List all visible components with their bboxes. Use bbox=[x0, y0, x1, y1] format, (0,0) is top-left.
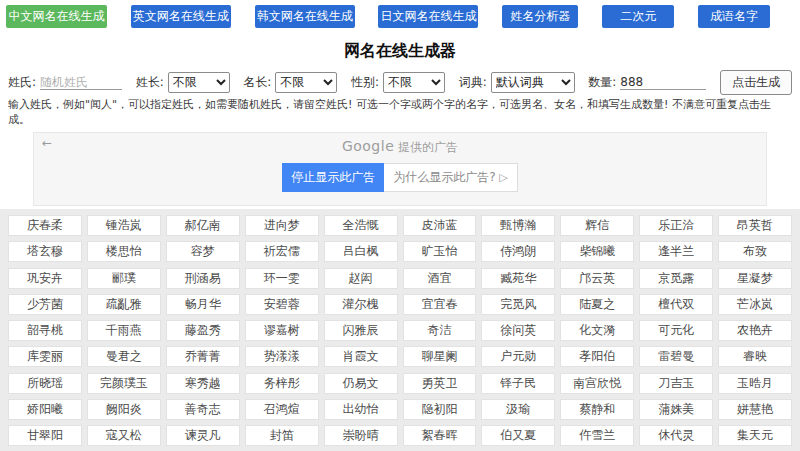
nav-japanese-generator[interactable]: 日文网名在线生成器 bbox=[378, 5, 478, 28]
generated-name-cell: 召鸿煊 bbox=[245, 399, 319, 420]
generated-name-cell: 赵闳 bbox=[324, 268, 398, 289]
generated-name-cell: 芒冰岚 bbox=[718, 294, 792, 315]
nav-name-analyzer[interactable]: 姓名分析器 bbox=[502, 5, 578, 28]
generated-name-cell: 乔菁菁 bbox=[166, 346, 240, 367]
generated-name-cell: 陆夏之 bbox=[560, 294, 634, 315]
generated-name-cell: 邝云英 bbox=[560, 268, 634, 289]
generated-name-cell: 奇洁 bbox=[403, 320, 477, 341]
generated-name-cell: 隐初阳 bbox=[403, 399, 477, 420]
generated-name-cell: 檀代双 bbox=[639, 294, 713, 315]
nav-chinese-generator[interactable]: 中文网名在线生成器 bbox=[6, 5, 107, 28]
generated-name-cell: 可元化 bbox=[639, 320, 713, 341]
generated-name-cell: 辉信 bbox=[560, 215, 634, 236]
generated-name-cell: 曼君之 bbox=[87, 346, 161, 367]
generated-name-cell: 千雨燕 bbox=[87, 320, 161, 341]
generated-name-cell: 旷玉怡 bbox=[403, 241, 477, 262]
generated-name-cell: 铎子民 bbox=[481, 373, 555, 394]
generated-name-cell: 侍鸿朗 bbox=[481, 241, 555, 262]
generated-name-cell: 星凝梦 bbox=[718, 268, 792, 289]
generated-name-cell: 宜宜春 bbox=[403, 294, 477, 315]
generated-name-cell: 崇盼晴 bbox=[324, 425, 398, 446]
generated-name-cell: 甄博瀚 bbox=[481, 215, 555, 236]
generated-name-cell: 吕白枫 bbox=[324, 241, 398, 262]
generated-name-cell: 蔡静和 bbox=[560, 399, 634, 420]
count-label: 数量: bbox=[588, 74, 616, 91]
page-title: 网名在线生成器 bbox=[0, 41, 800, 62]
generated-name-cell: 絮春晖 bbox=[403, 425, 477, 446]
generated-name-cell: 汲瑜 bbox=[481, 399, 555, 420]
generated-name-cell: 乐正洽 bbox=[639, 215, 713, 236]
ad-back-arrow-icon[interactable]: ← bbox=[42, 136, 52, 150]
generated-name-cell: 刑涵易 bbox=[166, 268, 240, 289]
google-ad-banner: ← Google 提供的广告 停止显示此广告 为什么显示此广告? ▷ bbox=[33, 132, 767, 206]
generated-name-cell: 聊星阑 bbox=[403, 346, 477, 367]
generated-name-cell: 楼思怡 bbox=[87, 241, 161, 262]
generated-name-cell: 庆春柔 bbox=[8, 215, 82, 236]
generated-name-cell: 灌尔槐 bbox=[324, 294, 398, 315]
generated-name-cell: 甘翠阳 bbox=[8, 425, 82, 446]
dictionary-label: 词典: bbox=[459, 74, 487, 91]
generated-name-cell: 化文漪 bbox=[560, 320, 634, 341]
generated-name-cell: 谏灵凡 bbox=[166, 425, 240, 446]
generated-name-cell: 容梦 bbox=[166, 241, 240, 262]
generated-name-cell: 户元勋 bbox=[481, 346, 555, 367]
nav-english-generator[interactable]: 英文网名在线生成器 bbox=[131, 5, 231, 28]
generated-name-cell: 肖霞文 bbox=[324, 346, 398, 367]
nav-idiom-names[interactable]: 成语名字 bbox=[698, 5, 770, 28]
generated-name-cell: 务梓彤 bbox=[245, 373, 319, 394]
given-length-group: 名长: 不限 bbox=[243, 72, 337, 93]
count-input[interactable] bbox=[620, 75, 706, 90]
gender-group: 性别: 不限 bbox=[351, 72, 445, 93]
generated-name-cell: 环一雯 bbox=[245, 268, 319, 289]
generated-name-cell: 锺浩岚 bbox=[87, 215, 161, 236]
generated-name-cell: 少芳菌 bbox=[8, 294, 82, 315]
surname-length-select[interactable]: 不限 bbox=[168, 72, 230, 93]
generated-name-cell: 闪雅辰 bbox=[324, 320, 398, 341]
ad-provider-label: Google 提供的广告 bbox=[34, 138, 766, 156]
generated-name-cell: 娇阳曦 bbox=[8, 399, 82, 420]
surname-group: 姓氏: bbox=[8, 74, 122, 91]
adchoices-icon: ▷ bbox=[499, 171, 507, 184]
generated-name-cell: 京觅露 bbox=[639, 268, 713, 289]
generated-name-cell: 布致 bbox=[718, 241, 792, 262]
given-length-select[interactable]: 不限 bbox=[275, 72, 337, 93]
given-length-label: 名长: bbox=[243, 74, 271, 91]
gender-label: 性别: bbox=[351, 74, 379, 91]
generate-button[interactable]: 点击生成 bbox=[720, 70, 792, 95]
surname-input[interactable] bbox=[40, 75, 122, 90]
generated-name-cell: 姘慧艳 bbox=[718, 399, 792, 420]
generated-name-cell: 势漾漾 bbox=[245, 346, 319, 367]
ad-why-label: 为什么显示此广告? bbox=[393, 170, 495, 184]
generated-name-cell: 善奇志 bbox=[166, 399, 240, 420]
generated-name-cell: 阙阳炎 bbox=[87, 399, 161, 420]
generated-name-cell: 完颜璞玉 bbox=[87, 373, 161, 394]
generator-form: 姓氏: 姓长: 不限 名长: 不限 性别: 不限 词典: 默认词典 bbox=[0, 71, 800, 93]
generated-name-cell: 集天元 bbox=[718, 425, 792, 446]
generated-name-cell: 徐问英 bbox=[481, 320, 555, 341]
generated-name-cell: 库雯丽 bbox=[8, 346, 82, 367]
generated-name-cell: 臧苑华 bbox=[481, 268, 555, 289]
nav-korean-generator[interactable]: 韩文网名在线生成器 bbox=[255, 5, 355, 28]
generated-name-cell: 郝亿南 bbox=[166, 215, 240, 236]
ad-actions: 停止显示此广告 为什么显示此广告? ▷ bbox=[34, 163, 766, 192]
generated-name-cell: 仵雪兰 bbox=[560, 425, 634, 446]
generated-name-cell: 昂英哲 bbox=[718, 215, 792, 236]
generated-name-cell: 仍易文 bbox=[324, 373, 398, 394]
ad-provider-suffix: 提供的广告 bbox=[398, 140, 458, 154]
generated-name-cell: 郦璞 bbox=[87, 268, 161, 289]
generated-name-cell: 所晓瑶 bbox=[8, 373, 82, 394]
dictionary-group: 词典: 默认词典 bbox=[459, 72, 575, 93]
top-nav: 中文网名在线生成器 英文网名在线生成器 韩文网名在线生成器 日文网名在线生成器 … bbox=[0, 0, 800, 28]
dictionary-select[interactable]: 默认词典 bbox=[491, 72, 575, 93]
gender-select[interactable]: 不限 bbox=[383, 72, 445, 93]
nav-anime[interactable]: 二次元 bbox=[602, 5, 674, 28]
generated-name-cell: 封笛 bbox=[245, 425, 319, 446]
generated-name-cell: 刀吉玉 bbox=[639, 373, 713, 394]
generated-name-cell: 安碧蓉 bbox=[245, 294, 319, 315]
generated-name-cell: 寒秀越 bbox=[166, 373, 240, 394]
name-grid: 庆春柔锺浩岚郝亿南进向梦全浩慨皮沛蓝甄博瀚辉信乐正洽昂英哲塔玄穆楼思怡容梦祈宏儒… bbox=[0, 209, 800, 451]
ad-stop-button[interactable]: 停止显示此广告 bbox=[282, 163, 384, 192]
generated-name-cell: 进向梦 bbox=[245, 215, 319, 236]
ad-why-button[interactable]: 为什么显示此广告? ▷ bbox=[384, 163, 518, 192]
surname-label: 姓氏: bbox=[8, 74, 36, 91]
